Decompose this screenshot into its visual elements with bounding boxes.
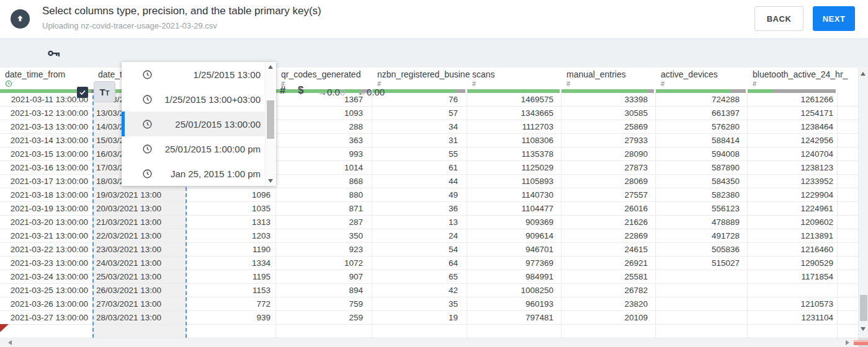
table-cell[interactable]: 2021-03-22 13:00:00 [0,243,93,256]
table-cell[interactable]: 2021-03-24 13:00:00 [0,270,93,283]
table-cell[interactable]: 2021-03-25 13:00:00 [0,284,93,297]
table-cell[interactable]: 1008250 [467,284,562,297]
table-cell[interactable]: 61 [372,161,467,174]
table-cell[interactable]: 30585 [562,107,656,120]
table-cell[interactable]: 26921 [562,257,656,270]
table-cell[interactable]: 1153 [186,284,276,297]
primary-key-icon[interactable] [47,46,62,63]
table-cell[interactable]: 909369 [467,216,562,229]
table-cell[interactable]: 31 [372,134,467,147]
table-cell[interactable]: 54 [372,243,467,256]
format-option[interactable]: 25/01/2015 1:00:00 pm [122,136,276,161]
table-cell[interactable]: 1112703 [467,120,562,133]
table-cell[interactable]: 1238464 [748,120,838,133]
table-cell[interactable]: 26/03/2021 13:00 [93,284,186,297]
table-cell[interactable]: 2021-03-14 13:00:00 [0,134,93,147]
table-cell[interactable] [656,311,748,324]
table-cell[interactable]: 65 [372,270,467,283]
table-cell[interactable]: 23/03/2021 13:00 [93,243,186,256]
table-cell[interactable]: 27557 [562,188,656,201]
table-cell[interactable]: 27/03/2021 13:00 [93,297,186,310]
table-cell[interactable]: 588414 [656,134,748,147]
table-cell[interactable]: 2021-03-18 13:00:00 [0,188,93,201]
table-cell[interactable]: 1469575 [467,93,562,106]
table-cell[interactable]: 26782 [562,284,656,297]
table-cell[interactable] [93,325,186,338]
table-cell[interactable] [562,325,656,338]
table-cell[interactable]: 939 [186,311,276,324]
table-cell[interactable]: 868 [276,175,372,188]
table-cell[interactable]: 350 [276,229,372,242]
column-header[interactable]: bluetooth_active_24_hr_# [748,67,838,89]
table-cell[interactable]: 27873 [562,161,656,174]
table-cell[interactable]: 2021-03-21 13:00:00 [0,229,93,242]
table-cell[interactable] [372,325,467,338]
table-cell[interactable]: 960193 [467,297,562,310]
table-cell[interactable]: 1035 [186,202,276,215]
table-cell[interactable]: 2021-03-20 13:00:00 [0,216,93,229]
table-cell[interactable]: 2021-03-12 13:00:00 [0,107,93,120]
table-cell[interactable]: 1231104 [748,311,838,324]
table-cell[interactable]: 1093 [276,107,372,120]
table-cell[interactable]: 28/03/2021 13:00 [93,311,186,324]
table-cell[interactable]: 1190 [186,243,276,256]
number-type-button[interactable]: # [276,84,289,97]
table-cell[interactable]: 44 [372,175,467,188]
table-cell[interactable] [656,325,748,338]
table-cell[interactable]: 797481 [467,311,562,324]
table-cell[interactable]: 1213891 [748,229,838,242]
table-cell[interactable]: 1224961 [748,202,838,215]
table-cell[interactable]: 1014 [276,161,372,174]
table-cell[interactable] [0,325,93,338]
table-cell[interactable]: 1209602 [748,216,838,229]
table-cell[interactable] [656,297,748,310]
table-cell[interactable]: 24615 [562,243,656,256]
table-cell[interactable]: 1238123 [748,161,838,174]
table-cell[interactable]: 36 [372,202,467,215]
format-option[interactable]: Jan 25, 2015 1:00 pm [122,161,276,186]
table-cell[interactable]: 1195 [186,270,276,283]
table-cell[interactable]: 21/03/2021 13:00 [93,216,186,229]
column-header[interactable]: scans# [467,67,562,89]
table-cell[interactable]: 1210573 [748,297,838,310]
table-cell[interactable]: 871 [276,202,372,215]
table-cell[interactable]: 907 [276,270,372,283]
table-cell[interactable]: 993 [276,147,372,160]
table-cell[interactable]: 49 [372,188,467,201]
table-cell[interactable]: 582380 [656,188,748,201]
table-cell[interactable]: 25581 [562,270,656,283]
table-cell[interactable]: 1072 [276,257,372,270]
table-cell[interactable]: 1254171 [748,107,838,120]
table-cell[interactable]: 55 [372,147,467,160]
horizontal-scrollbar[interactable] [0,338,858,347]
table-cell[interactable]: 13 [372,216,467,229]
next-button[interactable]: NEXT [813,6,855,31]
table-cell[interactable]: 491728 [656,229,748,242]
table-cell[interactable]: 505836 [656,243,748,256]
table-cell[interactable]: 42 [372,284,467,297]
scroll-right-icon[interactable] [846,340,849,345]
table-cell[interactable]: 1216460 [748,243,838,256]
table-cell[interactable]: 21626 [562,216,656,229]
table-cell[interactable]: 19/03/2021 13:00 [93,188,186,201]
table-cell[interactable]: 724288 [656,93,748,106]
table-cell[interactable]: 984991 [467,270,562,283]
decrease-decimals-button[interactable]: ←0.00 [354,86,388,98]
table-cell[interactable] [748,325,838,338]
scroll-down-icon[interactable] [861,327,866,331]
table-cell[interactable]: 288 [276,120,372,133]
table-cell[interactable]: 34 [372,120,467,133]
column-header[interactable]: date_time_from [0,67,93,89]
vertical-scrollbar[interactable] [858,67,868,338]
table-cell[interactable]: 26016 [562,202,656,215]
column-header[interactable]: manual_entries# [562,67,656,89]
table-cell[interactable]: 587890 [656,161,748,174]
table-cell[interactable]: 2021-03-19 13:00:00 [0,202,93,215]
table-cell[interactable]: 946701 [467,243,562,256]
column-header[interactable]: active_devices# [656,67,748,89]
table-cell[interactable]: 2021-03-15 13:00:00 [0,147,93,160]
table-cell[interactable]: 19 [372,311,467,324]
table-cell[interactable]: 515027 [656,257,748,270]
table-cell[interactable]: 909614 [467,229,562,242]
table-cell[interactable]: 584350 [656,175,748,188]
